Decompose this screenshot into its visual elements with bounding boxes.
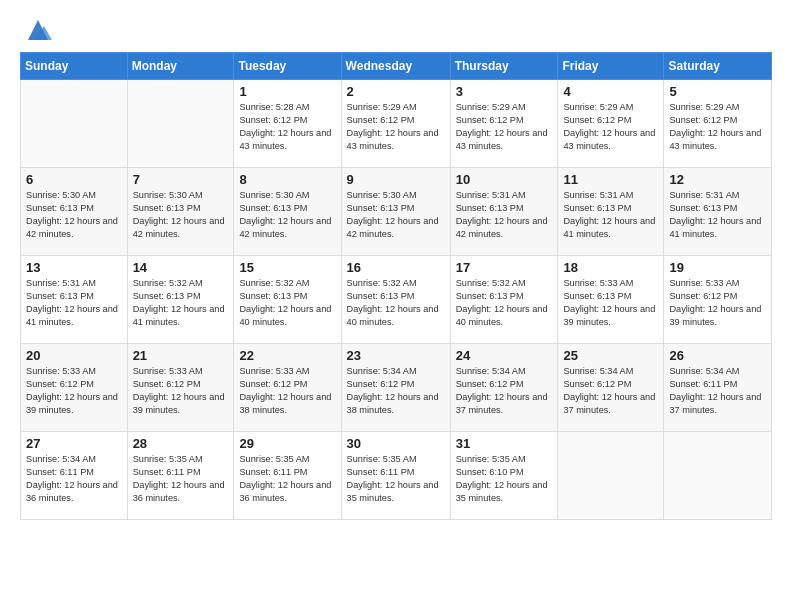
day-info: Sunrise: 5:34 AM Sunset: 6:11 PM Dayligh… [669,365,766,417]
calendar-cell: 4Sunrise: 5:29 AM Sunset: 6:12 PM Daylig… [558,80,664,168]
day-info: Sunrise: 5:32 AM Sunset: 6:13 PM Dayligh… [456,277,553,329]
day-number: 21 [133,348,229,363]
day-info: Sunrise: 5:29 AM Sunset: 6:12 PM Dayligh… [669,101,766,153]
day-info: Sunrise: 5:33 AM Sunset: 6:12 PM Dayligh… [239,365,335,417]
calendar-cell: 25Sunrise: 5:34 AM Sunset: 6:12 PM Dayli… [558,344,664,432]
calendar-cell [127,80,234,168]
calendar-cell: 18Sunrise: 5:33 AM Sunset: 6:13 PM Dayli… [558,256,664,344]
week-row-4: 20Sunrise: 5:33 AM Sunset: 6:12 PM Dayli… [21,344,772,432]
calendar-cell: 8Sunrise: 5:30 AM Sunset: 6:13 PM Daylig… [234,168,341,256]
day-number: 23 [347,348,445,363]
calendar-cell: 9Sunrise: 5:30 AM Sunset: 6:13 PM Daylig… [341,168,450,256]
day-number: 14 [133,260,229,275]
day-info: Sunrise: 5:35 AM Sunset: 6:11 PM Dayligh… [133,453,229,505]
day-number: 3 [456,84,553,99]
day-info: Sunrise: 5:33 AM Sunset: 6:12 PM Dayligh… [133,365,229,417]
day-header-sunday: Sunday [21,53,128,80]
day-number: 2 [347,84,445,99]
calendar-cell: 13Sunrise: 5:31 AM Sunset: 6:13 PM Dayli… [21,256,128,344]
day-number: 8 [239,172,335,187]
calendar-cell: 19Sunrise: 5:33 AM Sunset: 6:12 PM Dayli… [664,256,772,344]
day-info: Sunrise: 5:30 AM Sunset: 6:13 PM Dayligh… [26,189,122,241]
page-header [20,16,772,44]
calendar-cell: 28Sunrise: 5:35 AM Sunset: 6:11 PM Dayli… [127,432,234,520]
calendar-cell [21,80,128,168]
day-info: Sunrise: 5:31 AM Sunset: 6:13 PM Dayligh… [456,189,553,241]
day-info: Sunrise: 5:32 AM Sunset: 6:13 PM Dayligh… [347,277,445,329]
day-info: Sunrise: 5:32 AM Sunset: 6:13 PM Dayligh… [133,277,229,329]
logo-icon [24,16,52,44]
calendar-cell: 22Sunrise: 5:33 AM Sunset: 6:12 PM Dayli… [234,344,341,432]
day-number: 26 [669,348,766,363]
day-info: Sunrise: 5:32 AM Sunset: 6:13 PM Dayligh… [239,277,335,329]
week-row-1: 1Sunrise: 5:28 AM Sunset: 6:12 PM Daylig… [21,80,772,168]
day-info: Sunrise: 5:35 AM Sunset: 6:10 PM Dayligh… [456,453,553,505]
day-number: 16 [347,260,445,275]
week-row-5: 27Sunrise: 5:34 AM Sunset: 6:11 PM Dayli… [21,432,772,520]
day-info: Sunrise: 5:34 AM Sunset: 6:11 PM Dayligh… [26,453,122,505]
week-row-2: 6Sunrise: 5:30 AM Sunset: 6:13 PM Daylig… [21,168,772,256]
day-info: Sunrise: 5:29 AM Sunset: 6:12 PM Dayligh… [456,101,553,153]
calendar-header-row: SundayMondayTuesdayWednesdayThursdayFrid… [21,53,772,80]
day-info: Sunrise: 5:30 AM Sunset: 6:13 PM Dayligh… [133,189,229,241]
day-info: Sunrise: 5:31 AM Sunset: 6:13 PM Dayligh… [26,277,122,329]
calendar-cell: 17Sunrise: 5:32 AM Sunset: 6:13 PM Dayli… [450,256,558,344]
day-number: 12 [669,172,766,187]
day-header-tuesday: Tuesday [234,53,341,80]
day-number: 10 [456,172,553,187]
calendar-cell: 5Sunrise: 5:29 AM Sunset: 6:12 PM Daylig… [664,80,772,168]
day-number: 17 [456,260,553,275]
day-info: Sunrise: 5:31 AM Sunset: 6:13 PM Dayligh… [563,189,658,241]
calendar-cell: 11Sunrise: 5:31 AM Sunset: 6:13 PM Dayli… [558,168,664,256]
calendar-cell: 30Sunrise: 5:35 AM Sunset: 6:11 PM Dayli… [341,432,450,520]
calendar-cell: 2Sunrise: 5:29 AM Sunset: 6:12 PM Daylig… [341,80,450,168]
day-number: 13 [26,260,122,275]
calendar-cell: 6Sunrise: 5:30 AM Sunset: 6:13 PM Daylig… [21,168,128,256]
calendar-cell: 16Sunrise: 5:32 AM Sunset: 6:13 PM Dayli… [341,256,450,344]
day-info: Sunrise: 5:35 AM Sunset: 6:11 PM Dayligh… [239,453,335,505]
calendar-cell: 23Sunrise: 5:34 AM Sunset: 6:12 PM Dayli… [341,344,450,432]
day-info: Sunrise: 5:34 AM Sunset: 6:12 PM Dayligh… [347,365,445,417]
day-info: Sunrise: 5:30 AM Sunset: 6:13 PM Dayligh… [239,189,335,241]
calendar-cell: 21Sunrise: 5:33 AM Sunset: 6:12 PM Dayli… [127,344,234,432]
calendar-cell: 20Sunrise: 5:33 AM Sunset: 6:12 PM Dayli… [21,344,128,432]
day-number: 22 [239,348,335,363]
day-number: 5 [669,84,766,99]
day-info: Sunrise: 5:34 AM Sunset: 6:12 PM Dayligh… [563,365,658,417]
calendar-cell: 3Sunrise: 5:29 AM Sunset: 6:12 PM Daylig… [450,80,558,168]
calendar-cell: 27Sunrise: 5:34 AM Sunset: 6:11 PM Dayli… [21,432,128,520]
day-number: 27 [26,436,122,451]
day-info: Sunrise: 5:33 AM Sunset: 6:12 PM Dayligh… [669,277,766,329]
day-number: 11 [563,172,658,187]
day-number: 7 [133,172,229,187]
calendar-cell: 15Sunrise: 5:32 AM Sunset: 6:13 PM Dayli… [234,256,341,344]
calendar-cell: 14Sunrise: 5:32 AM Sunset: 6:13 PM Dayli… [127,256,234,344]
day-number: 18 [563,260,658,275]
day-info: Sunrise: 5:28 AM Sunset: 6:12 PM Dayligh… [239,101,335,153]
day-number: 24 [456,348,553,363]
day-info: Sunrise: 5:30 AM Sunset: 6:13 PM Dayligh… [347,189,445,241]
day-number: 25 [563,348,658,363]
calendar-cell [664,432,772,520]
calendar-cell: 26Sunrise: 5:34 AM Sunset: 6:11 PM Dayli… [664,344,772,432]
day-number: 30 [347,436,445,451]
day-number: 19 [669,260,766,275]
day-header-monday: Monday [127,53,234,80]
day-info: Sunrise: 5:29 AM Sunset: 6:12 PM Dayligh… [563,101,658,153]
calendar-cell [558,432,664,520]
day-header-friday: Friday [558,53,664,80]
day-number: 15 [239,260,335,275]
day-number: 28 [133,436,229,451]
day-number: 20 [26,348,122,363]
day-header-saturday: Saturday [664,53,772,80]
calendar-cell: 1Sunrise: 5:28 AM Sunset: 6:12 PM Daylig… [234,80,341,168]
calendar-cell: 7Sunrise: 5:30 AM Sunset: 6:13 PM Daylig… [127,168,234,256]
day-number: 9 [347,172,445,187]
logo [20,20,52,44]
calendar-cell: 24Sunrise: 5:34 AM Sunset: 6:12 PM Dayli… [450,344,558,432]
day-info: Sunrise: 5:29 AM Sunset: 6:12 PM Dayligh… [347,101,445,153]
day-info: Sunrise: 5:33 AM Sunset: 6:13 PM Dayligh… [563,277,658,329]
day-header-wednesday: Wednesday [341,53,450,80]
day-info: Sunrise: 5:33 AM Sunset: 6:12 PM Dayligh… [26,365,122,417]
day-number: 4 [563,84,658,99]
